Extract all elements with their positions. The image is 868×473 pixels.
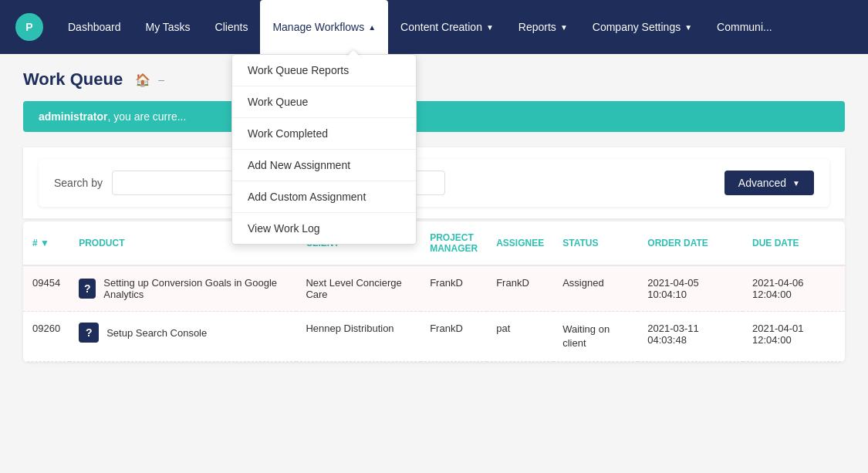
breadcrumb-sep: – bbox=[158, 73, 164, 86]
product-name-1: Setting up Conversion Goals in Google An… bbox=[103, 277, 287, 300]
company-settings-caret: ▼ bbox=[684, 23, 692, 32]
nav-content-creation[interactable]: Content Creation ▼ bbox=[388, 0, 506, 54]
nav-reports[interactable]: Reports ▼ bbox=[506, 0, 580, 54]
col-manager: PROJECTMANAGER bbox=[420, 221, 487, 265]
nav-company-settings[interactable]: Company Settings ▼ bbox=[580, 0, 704, 54]
advanced-caret: ▼ bbox=[792, 179, 800, 188]
admin-banner: administrator, you are curre... bbox=[23, 101, 845, 132]
product-cell-1: ? Setting up Conversion Goals in Google … bbox=[79, 277, 287, 300]
advanced-label: Advanced bbox=[738, 177, 786, 189]
col-status: STATUS bbox=[553, 221, 638, 265]
dropdown-add-custom-assignment[interactable]: Add Custom Assignment bbox=[232, 181, 416, 213]
search-row: Search by Advanced ▼ bbox=[39, 159, 829, 207]
product-cell-2: ? Setup Search Console bbox=[79, 323, 287, 343]
table-wrapper: # ▼ PRODUCT CLIENT PROJECTMANAGER ASSIGN… bbox=[23, 221, 845, 362]
client-1: Next Level Concierge Care bbox=[296, 265, 420, 312]
table-header-row: # ▼ PRODUCT CLIENT PROJECTMANAGER ASSIGN… bbox=[23, 221, 845, 265]
row-id-1: 09454 bbox=[23, 265, 69, 312]
nav-my-tasks[interactable]: My Tasks bbox=[133, 0, 203, 54]
dropdown-add-new-assignment[interactable]: Add New Assignment bbox=[232, 150, 416, 181]
svg-text:P: P bbox=[25, 21, 32, 33]
col-assignee: ASSIGNEE bbox=[487, 221, 553, 265]
reports-caret: ▼ bbox=[560, 23, 568, 32]
admin-username: administrator bbox=[39, 110, 107, 123]
logo: P bbox=[15, 13, 43, 41]
due-date-1: 2021-04-06 12:04:00 bbox=[743, 265, 845, 312]
nav-clients[interactable]: Clients bbox=[203, 0, 261, 54]
dropdown-arrow bbox=[346, 50, 361, 58]
dropdown-work-queue[interactable]: Work Queue bbox=[232, 86, 416, 118]
status-2: Waiting on client bbox=[553, 312, 638, 362]
status-1: Assigned bbox=[553, 265, 638, 312]
question-badge-1: ? bbox=[79, 279, 96, 299]
dropdown-work-completed[interactable]: Work Completed bbox=[232, 118, 416, 150]
banner-text: , you are curre... bbox=[107, 110, 186, 123]
dropdown-work-queue-reports[interactable]: Work Queue Reports bbox=[232, 55, 416, 86]
table-row: 09454 ? Setting up Conversion Goals in G… bbox=[23, 265, 845, 312]
search-section: Search by Advanced ▼ bbox=[23, 147, 845, 218]
breadcrumb: Work Queue 🏠 – bbox=[23, 69, 845, 90]
search-label: Search by bbox=[54, 177, 103, 189]
dropdown-view-work-log[interactable]: View Work Log bbox=[232, 213, 416, 244]
advanced-button[interactable]: Advanced ▼ bbox=[724, 171, 814, 195]
question-badge-2: ? bbox=[79, 323, 99, 343]
order-date-1: 2021-04-05 10:04:10 bbox=[638, 265, 743, 312]
assignee-2: pat bbox=[487, 312, 553, 362]
manage-workflows-caret: ▲ bbox=[368, 23, 376, 32]
col-due-date: DUE DATE bbox=[743, 221, 845, 265]
manage-workflows-dropdown: Work Queue Reports Work Queue Work Compl… bbox=[231, 54, 417, 245]
page-title: Work Queue bbox=[23, 69, 123, 90]
content-creation-caret: ▼ bbox=[486, 23, 494, 32]
manager-2: FrankD bbox=[420, 312, 487, 362]
order-date-2: 2021-03-11 04:03:48 bbox=[638, 312, 743, 362]
col-order-date: ORDER DATE bbox=[638, 221, 743, 265]
nav-manage-workflows[interactable]: Manage Workflows ▲ bbox=[260, 0, 388, 54]
page-content: Work Queue 🏠 – administrator, you are cu… bbox=[0, 54, 868, 473]
nav-bar: P Dashboard My Tasks Clients Manage Work… bbox=[0, 0, 868, 54]
manager-1: FrankD bbox=[420, 265, 487, 312]
col-hash: # ▼ bbox=[23, 221, 69, 265]
nav-community[interactable]: Communi... bbox=[704, 0, 785, 54]
home-icon: 🏠 bbox=[135, 73, 150, 87]
table-container: # ▼ PRODUCT CLIENT PROJECTMANAGER ASSIGN… bbox=[23, 221, 845, 362]
nav-dashboard[interactable]: Dashboard bbox=[56, 0, 133, 54]
work-queue-table: # ▼ PRODUCT CLIENT PROJECTMANAGER ASSIGN… bbox=[23, 221, 845, 362]
client-2: Hennep Distribution bbox=[296, 312, 420, 362]
product-name-2: Setup Search Console bbox=[106, 327, 207, 339]
due-date-2: 2021-04-01 12:04:00 bbox=[743, 312, 845, 362]
table-row: 09260 ? Setup Search Console Hennep Dist… bbox=[23, 312, 845, 362]
assignee-1: FrankD bbox=[487, 265, 553, 312]
row-id-2: 09260 bbox=[23, 312, 69, 362]
